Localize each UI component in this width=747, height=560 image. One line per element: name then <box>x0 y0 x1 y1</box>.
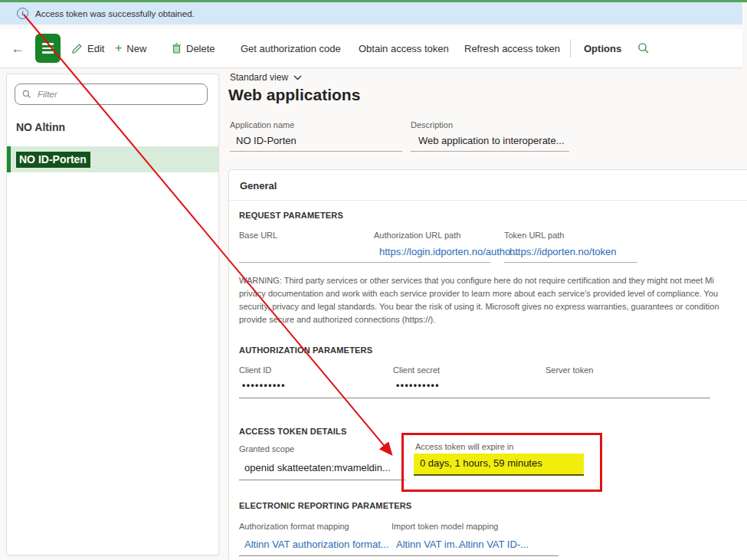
application-name-field[interactable]: NO ID-Porten <box>236 135 297 146</box>
trash-icon <box>172 43 182 54</box>
plus-icon: + <box>115 41 122 55</box>
server-token-label: Server token <box>546 365 593 375</box>
server-token-field[interactable] <box>546 398 710 398</box>
base-url-label: Base URL <box>239 231 277 240</box>
toolbar-divider <box>570 39 571 57</box>
page-title: Web applications <box>228 86 360 104</box>
obtain-access-token-button[interactable]: Obtain access token <box>359 29 449 67</box>
request-parameters-heading: REQUEST PARAMETERS <box>239 211 343 220</box>
token-url-field[interactable]: https://idporten.no/token <box>509 246 616 257</box>
filter-box[interactable] <box>15 84 208 105</box>
token-expire-value: 0 days, 1 hours, 59 minutes <box>420 457 542 469</box>
records-list-panel: NO Altinn NO ID-Porten <box>6 74 219 555</box>
toolbar-search-button[interactable] <box>637 29 650 67</box>
description-field[interactable]: Web application to interoperate... <box>418 135 565 146</box>
client-secret-field[interactable]: •••••••••• <box>396 380 440 391</box>
import-token-model-mapping-field-1[interactable]: Altinn VAT im... <box>396 539 463 550</box>
hamburger-icon <box>42 43 54 45</box>
authorization-url-label: Authorization URL path <box>374 231 460 240</box>
token-url-label: Token URL path <box>504 231 564 240</box>
delete-button[interactable]: Delete <box>172 29 215 67</box>
description-underline <box>411 151 569 152</box>
application-name-label: Application name <box>230 120 294 129</box>
d365-web-applications-page: i Access token was successfully obtained… <box>0 0 747 560</box>
edit-label: Edit <box>87 43 104 54</box>
view-selector[interactable]: Standard view <box>230 72 302 83</box>
token-expire-label: Access token will expire in <box>415 442 513 451</box>
nav-pane-toggle-button[interactable] <box>35 34 61 63</box>
third-party-warning-text: WARNING: Third party services or other s… <box>239 274 747 326</box>
delete-label: Delete <box>186 43 215 54</box>
client-secret-label: Client secret <box>393 365 440 375</box>
edit-button[interactable]: Edit <box>72 29 104 67</box>
section-divider <box>229 200 747 201</box>
import-token-model-mapping-label: Import token model mapping <box>392 522 498 531</box>
search-icon <box>637 42 650 54</box>
new-label: New <box>126 43 146 54</box>
notification-bar: i Access token was successfully obtained… <box>0 2 742 25</box>
list-item-no-altinn[interactable]: NO Altinn <box>7 114 218 140</box>
list-item-no-id-porten[interactable]: NO ID-Porten <box>7 146 218 172</box>
client-id-label: Client ID <box>239 365 271 375</box>
authorization-parameters-heading: AUTHORIZATION PARAMETERS <box>239 345 372 355</box>
filter-input[interactable] <box>36 89 192 100</box>
refresh-access-token-button[interactable]: Refresh access token <box>464 29 560 67</box>
electronic-reporting-parameters-heading: ELECTRONIC REPORTING PARAMETERS <box>239 501 411 510</box>
back-button[interactable]: ← <box>11 29 25 67</box>
notification-text: Access token was successfully obtained. <box>35 9 195 18</box>
general-section-card: General REQUEST PARAMETERS Base URL Auth… <box>228 169 747 560</box>
granted-scope-field[interactable]: openid skatteetaten:mvameldin... <box>244 462 391 473</box>
import-token-model-mapping-field-2[interactable]: Altinn VAT ID-... <box>459 539 529 550</box>
client-id-field[interactable]: •••••••••• <box>242 380 286 391</box>
general-section-header[interactable]: General <box>240 180 277 192</box>
access-token-details-heading: ACCESS TOKEN DETAILS <box>239 427 347 436</box>
authorization-format-mapping-label: Authorization format mapping <box>239 522 349 531</box>
filter-search-icon <box>22 90 31 99</box>
info-icon: i <box>17 8 28 19</box>
back-arrow-icon: ← <box>11 41 25 57</box>
authorization-url-field[interactable]: https://login.idporten.no/autho... <box>379 246 519 257</box>
action-toolbar: ← Edit + New Delete Get authorization co… <box>0 29 742 68</box>
pencil-icon <box>72 43 83 54</box>
new-button[interactable]: + New <box>115 29 146 67</box>
description-label: Description <box>411 120 453 129</box>
get-authorization-code-button[interactable]: Get authorization code <box>241 29 341 67</box>
application-name-underline <box>230 151 402 152</box>
granted-scope-label: Granted scope <box>239 444 294 454</box>
chevron-down-icon <box>293 75 302 80</box>
options-button[interactable]: Options <box>584 29 621 67</box>
token-expire-field-highlighted[interactable]: 0 days, 1 hours, 59 minutes <box>414 454 584 476</box>
authorization-format-mapping-field[interactable]: Altinn VAT authorization format... <box>244 539 389 550</box>
